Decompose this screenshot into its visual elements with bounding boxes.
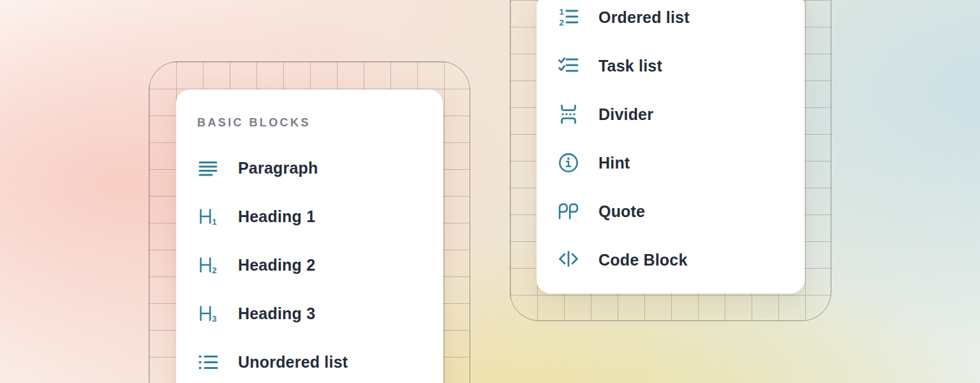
ordered-list-icon — [558, 6, 579, 28]
menu-item-label: Hint — [598, 154, 630, 172]
heading-2-icon — [197, 254, 219, 276]
hint-icon — [558, 152, 579, 174]
quote-icon — [558, 200, 579, 222]
code-block-icon — [558, 249, 579, 271]
menu-item-hint[interactable]: Hint — [537, 139, 805, 187]
unordered-list-icon — [197, 351, 219, 373]
menu-item-label: Ordered list — [598, 8, 690, 27]
menu-item-label: Unordered list — [238, 353, 348, 372]
menu-item-ordered-list[interactable]: Ordered list — [537, 0, 805, 41]
task-list-icon — [558, 55, 579, 77]
menu-item-heading-2[interactable]: Heading 2 — [176, 241, 443, 289]
menu-item-heading-3[interactable]: Heading 3 — [176, 289, 443, 338]
heading-3-icon — [197, 303, 219, 324]
basic-blocks-card: BASIC BLOCKS Paragraph Heading 1 Heading… — [176, 89, 443, 383]
menu-item-code-block[interactable]: Code Block — [537, 236, 805, 284]
divider-icon — [558, 103, 579, 125]
more-blocks-card: Ordered list Task list Divider Hint Quot… — [537, 0, 805, 294]
menu-item-label: Divider — [598, 105, 653, 124]
menu-item-label: Task list — [598, 57, 662, 75]
section-label-basic-blocks: BASIC BLOCKS — [197, 116, 443, 129]
menu-item-label: Heading 2 — [238, 256, 315, 274]
basic-blocks-list: Paragraph Heading 1 Heading 2 Heading 3 … — [176, 144, 443, 383]
more-blocks-list: Ordered list Task list Divider Hint Quot… — [537, 0, 805, 284]
menu-item-task-list[interactable]: Task list — [537, 41, 805, 90]
block-menu-illustration: BASIC BLOCKS Paragraph Heading 1 Heading… — [0, 0, 980, 383]
paragraph-icon — [197, 157, 219, 179]
menu-item-label: Heading 1 — [238, 207, 315, 226]
menu-item-label: Quote — [598, 202, 645, 221]
menu-item-divider[interactable]: Divider — [537, 90, 805, 139]
menu-item-quote[interactable]: Quote — [537, 187, 805, 236]
heading-1-icon — [197, 206, 219, 227]
menu-item-label: Heading 3 — [238, 304, 315, 323]
menu-item-paragraph[interactable]: Paragraph — [176, 144, 443, 192]
menu-item-label: Paragraph — [238, 159, 318, 177]
menu-item-label: Code Block — [598, 251, 688, 269]
menu-item-heading-1[interactable]: Heading 1 — [176, 192, 443, 241]
menu-item-unordered-list[interactable]: Unordered list — [176, 338, 443, 383]
